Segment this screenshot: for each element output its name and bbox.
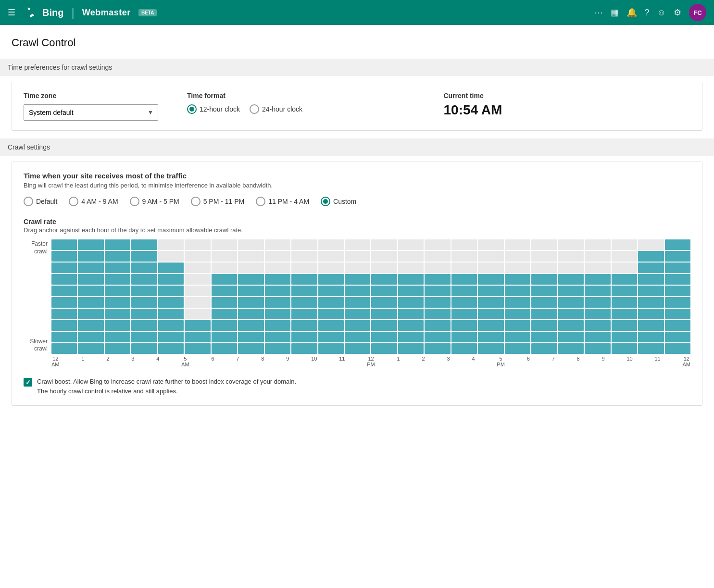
chart-cell[interactable] (451, 309, 477, 319)
chart-cell[interactable] (398, 263, 424, 273)
chart-cell[interactable] (131, 239, 157, 250)
chart-cell[interactable] (531, 332, 557, 342)
chart-cell[interactable] (212, 297, 237, 308)
chart-cell[interactable] (558, 297, 584, 308)
chart-cell[interactable] (665, 239, 690, 250)
chart-cell[interactable] (585, 263, 610, 273)
user-avatar[interactable]: FC (689, 4, 706, 21)
5pm-11pm-option[interactable]: 5 PM - 11 PM (191, 197, 245, 206)
5pm-11pm-radio[interactable] (191, 197, 200, 206)
chart-cell[interactable] (531, 286, 557, 296)
chart-cell[interactable] (425, 251, 450, 262)
custom-radio[interactable] (321, 197, 330, 206)
help-icon[interactable]: ? (645, 8, 650, 18)
chart-cell[interactable] (238, 286, 263, 296)
chart-cell[interactable] (398, 309, 424, 319)
chart-cell[interactable] (291, 263, 317, 273)
chart-cell[interactable] (78, 251, 103, 262)
chart-cell[interactable] (212, 274, 237, 285)
chart-cell[interactable] (291, 286, 317, 296)
chart-cell[interactable] (371, 297, 397, 308)
chart-cell[interactable] (612, 239, 637, 250)
chart-cell[interactable] (585, 320, 610, 331)
chart-cell[interactable] (51, 239, 77, 250)
chart-cell[interactable] (371, 343, 397, 354)
chart-cell[interactable] (131, 286, 157, 296)
chart-cell[interactable] (212, 286, 237, 296)
chart-cell[interactable] (505, 309, 530, 319)
chart-cell[interactable] (665, 263, 690, 273)
chart-cell[interactable] (131, 263, 157, 273)
chart-cell[interactable] (345, 239, 370, 250)
chart-cell[interactable] (425, 286, 450, 296)
chart-cell[interactable] (318, 332, 344, 342)
chart-cell[interactable] (185, 239, 210, 250)
chart-cell[interactable] (265, 320, 290, 331)
chart-cell[interactable] (558, 309, 584, 319)
chart-cell[interactable] (505, 297, 530, 308)
default-option[interactable]: Default (24, 197, 57, 206)
chart-cell[interactable] (51, 263, 77, 273)
chart-cell[interactable] (612, 286, 637, 296)
apps-icon[interactable]: ⋯ (594, 7, 603, 18)
chart-cell[interactable] (398, 332, 424, 342)
crawl-boost-checkbox[interactable]: ✓ (24, 378, 32, 387)
settings-icon[interactable]: ⚙ (674, 7, 681, 18)
crawl-rate-chart[interactable] (51, 239, 690, 354)
chart-cell[interactable] (531, 251, 557, 262)
chart-cell[interactable] (105, 251, 130, 262)
4am-9am-option[interactable]: 4 AM - 9 AM (69, 197, 118, 206)
chart-cell[interactable] (665, 297, 690, 308)
chart-cell[interactable] (345, 251, 370, 262)
chart-cell[interactable] (51, 274, 77, 285)
chart-cell[interactable] (558, 332, 584, 342)
chart-cell[interactable] (51, 251, 77, 262)
chart-cell[interactable] (158, 297, 184, 308)
chart-cell[interactable] (638, 343, 664, 354)
chart-cell[interactable] (291, 332, 317, 342)
chart-cell[interactable] (318, 251, 344, 262)
chart-cell[interactable] (558, 251, 584, 262)
chart-cell[interactable] (425, 309, 450, 319)
chart-cell[interactable] (425, 297, 450, 308)
chart-cell[interactable] (505, 343, 530, 354)
chart-cell[interactable] (318, 309, 344, 319)
chart-cell[interactable] (531, 263, 557, 273)
chart-cell[interactable] (265, 274, 290, 285)
chart-cell[interactable] (238, 332, 263, 342)
chart-cell[interactable] (558, 286, 584, 296)
chart-cell[interactable] (238, 251, 263, 262)
chart-cell[interactable] (105, 263, 130, 273)
custom-option[interactable]: Custom (321, 197, 356, 206)
chart-cell[interactable] (238, 297, 263, 308)
default-radio[interactable] (24, 197, 33, 206)
chart-cell[interactable] (158, 320, 184, 331)
chart-cell[interactable] (531, 309, 557, 319)
chart-cell[interactable] (612, 274, 637, 285)
chart-cell[interactable] (638, 332, 664, 342)
chart-cell[interactable] (345, 297, 370, 308)
chart-cell[interactable] (558, 274, 584, 285)
chart-cell[interactable] (131, 274, 157, 285)
chart-cell[interactable] (291, 297, 317, 308)
chart-cell[interactable] (318, 297, 344, 308)
chart-cell[interactable] (158, 332, 184, 342)
chart-cell[interactable] (185, 297, 210, 308)
chart-cell[interactable] (665, 251, 690, 262)
chart-cell[interactable] (371, 239, 397, 250)
chart-cell[interactable] (105, 239, 130, 250)
chart-cell[interactable] (212, 343, 237, 354)
chart-cell[interactable] (505, 286, 530, 296)
chart-cell[interactable] (318, 239, 344, 250)
chart-cell[interactable] (265, 251, 290, 262)
11pm-4am-radio[interactable] (256, 197, 265, 206)
chart-cell[interactable] (345, 309, 370, 319)
chart-cell[interactable] (265, 309, 290, 319)
chart-cell[interactable] (638, 320, 664, 331)
notifications-icon[interactable]: 🔔 (626, 7, 637, 18)
chart-cell[interactable] (51, 297, 77, 308)
chart-cell[interactable] (158, 309, 184, 319)
chart-cell[interactable] (531, 297, 557, 308)
chart-cell[interactable] (531, 274, 557, 285)
chart-cell[interactable] (158, 263, 184, 273)
